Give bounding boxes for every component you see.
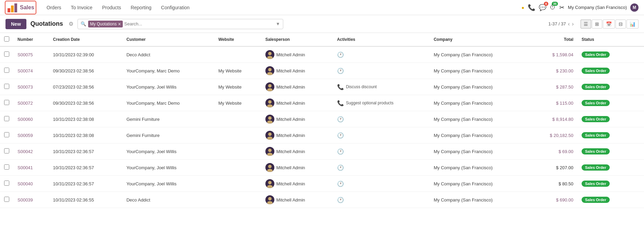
activity-clock-icon[interactable]: 🕐 — [337, 197, 344, 203]
row-select-checkbox[interactable] — [4, 116, 9, 121]
salesperson-avatar — [265, 195, 274, 204]
chat-icon[interactable]: 💬 6 — [539, 4, 546, 11]
search-input[interactable] — [124, 21, 274, 26]
avatar-svg — [265, 179, 274, 188]
table-row: S00041 10/31/2023 02:36:57 YourCompany, … — [0, 160, 644, 176]
company-cell: My Company (San Francisco) — [430, 143, 530, 160]
svg-point-22 — [268, 149, 272, 152]
activity-clock-icon[interactable]: 🕐 — [337, 181, 344, 187]
row-select-checkbox[interactable] — [4, 164, 9, 170]
total-value: $ 20,182.50 — [550, 133, 573, 138]
select-all-checkbox[interactable] — [4, 36, 9, 42]
activities-cell: 🕐 — [333, 111, 430, 127]
col-salesperson: Salesperson — [261, 33, 333, 46]
app-logo[interactable]: Sales — [5, 1, 36, 14]
avatar-svg — [265, 163, 274, 172]
salesperson-avatar — [265, 163, 274, 172]
new-button[interactable]: New — [5, 19, 26, 29]
order-number-link[interactable]: S00041 — [17, 165, 33, 170]
order-number-link[interactable]: S00060 — [17, 117, 33, 122]
activity-clock-icon[interactable]: 🕐 — [337, 68, 344, 74]
table-row: S00059 10/31/2023 02:38:08 Gemini Furnit… — [0, 127, 644, 143]
nav-to-invoice[interactable]: To Invoice — [67, 3, 97, 12]
filter-tag[interactable]: My Quotations × — [88, 21, 123, 27]
avatar-svg — [265, 99, 274, 107]
settings-gear-icon[interactable]: ⚙ — [69, 21, 73, 27]
total-value: $ 690.00 — [556, 197, 573, 203]
activity-clock-icon[interactable]: 🕐 — [337, 132, 344, 139]
timer-icon[interactable]: ⏱ 35 — [550, 4, 556, 11]
row-select-checkbox[interactable] — [4, 132, 9, 137]
view-list-button[interactable]: ☰ — [581, 20, 591, 28]
status-badge: Sales Order — [582, 51, 610, 58]
view-kanban-button[interactable]: ⊞ — [592, 20, 602, 28]
nav-products[interactable]: Products — [98, 3, 125, 12]
row-checkbox-cell — [0, 192, 13, 208]
page-next-icon[interactable]: › — [572, 21, 574, 27]
total-cell: $ 230.00 — [530, 63, 578, 79]
activity-clock-icon[interactable]: 🕐 — [337, 148, 344, 155]
website-cell — [214, 127, 261, 143]
nav-orders[interactable]: Orders — [43, 3, 65, 12]
activity-clock-icon[interactable]: 🕐 — [337, 51, 344, 58]
page-prev-icon[interactable]: ‹ — [568, 21, 570, 27]
website-cell — [214, 192, 261, 208]
row-select-checkbox[interactable] — [4, 181, 9, 186]
salesperson-avatar — [265, 50, 274, 59]
order-number-link[interactable]: S00039 — [17, 197, 33, 203]
salesperson-avatar — [265, 179, 274, 188]
order-number-link[interactable]: S00075 — [17, 52, 33, 57]
nav-reporting[interactable]: Reporting — [127, 3, 156, 12]
salesperson-cell: Mitchell Admin — [261, 160, 333, 176]
row-select-checkbox[interactable] — [4, 68, 9, 73]
order-number-cell: S00059 — [13, 127, 49, 143]
settings-icon[interactable]: ✂ — [559, 4, 564, 11]
row-select-checkbox[interactable] — [4, 148, 9, 153]
phone-icon[interactable]: 📞 — [528, 4, 535, 11]
avatar-svg — [265, 147, 274, 156]
row-extra-cell — [632, 79, 644, 95]
status-badge: Sales Order — [582, 164, 610, 171]
order-number-link[interactable]: S00040 — [17, 181, 33, 186]
row-select-checkbox[interactable] — [4, 197, 9, 202]
view-pivot-button[interactable]: ⊟ — [616, 20, 626, 28]
total-cell: $ 690.00 — [530, 192, 578, 208]
user-avatar[interactable]: M — [630, 3, 639, 12]
total-value: $ 287.50 — [556, 84, 573, 90]
select-all-col — [0, 33, 13, 46]
order-number-link[interactable]: S00074 — [17, 68, 33, 73]
order-number-cell: S00060 — [13, 111, 49, 127]
row-select-checkbox[interactable] — [4, 51, 9, 57]
status-badge: Sales Order — [582, 132, 610, 138]
activity-clock-icon[interactable]: 🕐 — [337, 116, 344, 123]
search-dropdown-icon[interactable]: ▼ — [276, 21, 280, 26]
customer-cell: Gemini Furniture — [122, 127, 214, 143]
avatar-svg — [265, 50, 274, 59]
activity-clock-icon[interactable]: 🕐 — [337, 164, 344, 171]
svg-point-31 — [268, 197, 272, 200]
view-calendar-button[interactable]: 📅 — [603, 20, 615, 28]
order-number-link[interactable]: S00059 — [17, 133, 33, 138]
svg-point-28 — [268, 181, 272, 184]
order-number-link[interactable]: S00073 — [17, 84, 33, 90]
activity-phone-icon[interactable]: 📞 — [337, 100, 344, 106]
filter-close-icon[interactable]: × — [118, 21, 121, 27]
order-number-cell: S00075 — [13, 46, 49, 63]
status-badge: Sales Order — [582, 148, 610, 154]
row-select-checkbox[interactable] — [4, 100, 9, 105]
row-select-checkbox[interactable] — [4, 84, 9, 89]
total-value: $ 8,914.80 — [552, 117, 573, 122]
activity-phone-icon[interactable]: 📞 — [337, 84, 344, 90]
svg-point-16 — [268, 116, 272, 120]
order-number-link[interactable]: S00072 — [17, 101, 33, 106]
view-chart-button[interactable]: 📊 — [627, 20, 639, 28]
nav-configuration[interactable]: Configuration — [157, 3, 194, 12]
salesperson-cell: Mitchell Admin — [261, 111, 333, 127]
salesperson-avatar — [265, 99, 274, 107]
customer-cell: Gemini Furniture — [122, 111, 214, 127]
activities-cell: 🕐 — [333, 143, 430, 160]
total-cell: $ 20,182.50 — [530, 127, 578, 143]
order-number-link[interactable]: S00042 — [17, 149, 33, 154]
table-row: S00060 10/31/2023 02:38:08 Gemini Furnit… — [0, 111, 644, 127]
row-checkbox-cell — [0, 143, 13, 160]
